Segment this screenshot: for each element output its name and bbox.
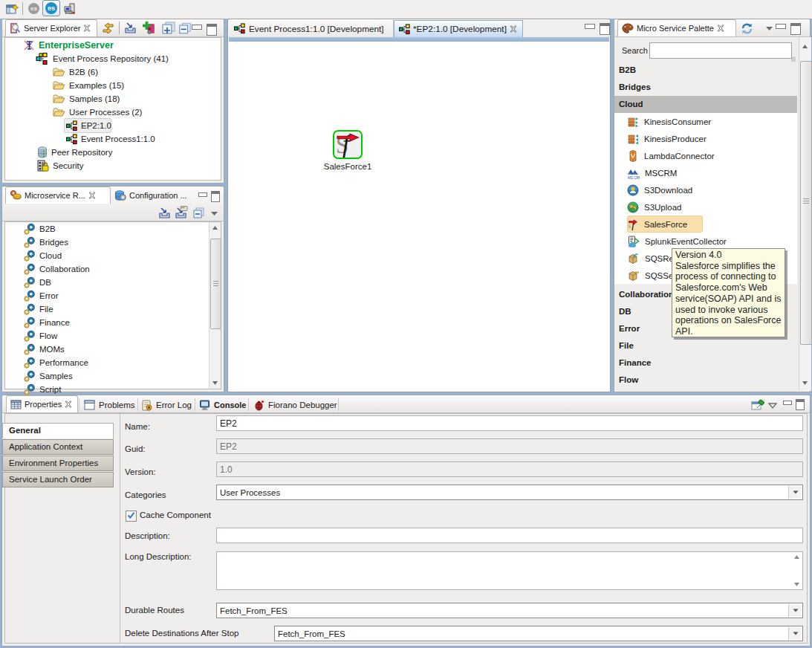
svg-text:MS CRM: MS CRM — [628, 175, 640, 179]
